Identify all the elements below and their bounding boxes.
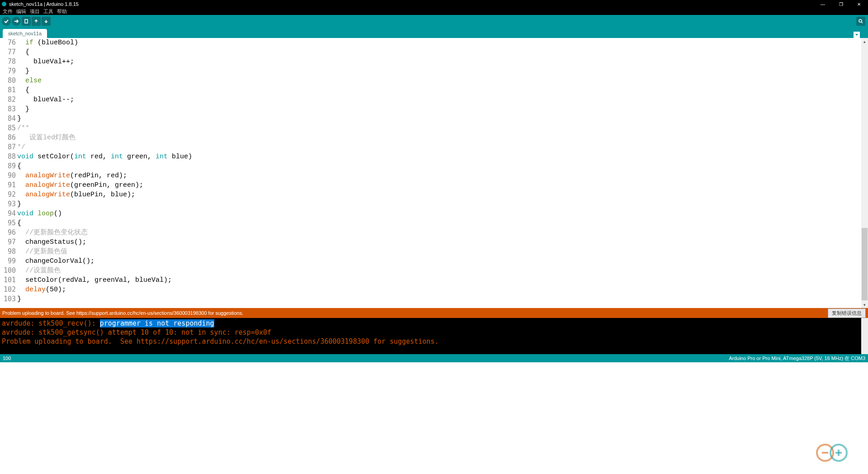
scroll-thumb[interactable] — [862, 228, 868, 300]
menu-tools[interactable]: 工具 — [42, 8, 54, 15]
status-message-bar: Problem uploading to board. See https://… — [0, 308, 868, 318]
arduino-app-icon — [2, 2, 6, 6]
verify-button[interactable] — [2, 17, 11, 26]
svg-point-1 — [859, 19, 862, 22]
close-button[interactable]: ✕ — [850, 0, 868, 8]
console-line: avrdude: stk500_getsync() attempt 10 of … — [2, 328, 866, 337]
arduino-logo-icon — [814, 441, 854, 466]
line-gutter: 7677787980818283848586878889909192939495… — [0, 38, 17, 308]
maximize-button[interactable]: ❐ — [832, 0, 850, 8]
minimize-button[interactable]: — — [814, 0, 832, 8]
tab-sketch[interactable]: sketch_nov11a — [3, 29, 47, 38]
new-button[interactable] — [22, 17, 31, 26]
upload-button[interactable] — [12, 17, 21, 26]
line-number-indicator: 100 — [3, 356, 729, 361]
tabbar: sketch_nov11a — [0, 27, 868, 38]
window-title: sketch_nov11a | Arduino 1.8.15 — [9, 1, 814, 7]
svg-rect-0 — [25, 19, 28, 23]
status-text: Problem uploading to board. See https://… — [2, 310, 828, 316]
console-output[interactable]: avrdude: stk500_recv(): programmer is no… — [0, 318, 868, 354]
scroll-up-icon[interactable]: ▴ — [861, 38, 868, 45]
console-line: avrdude: stk500_recv(): programmer is no… — [2, 319, 866, 328]
console-scrollbar[interactable] — [861, 318, 868, 354]
serial-monitor-button[interactable] — [856, 17, 865, 26]
menubar: 文件 编辑 项目 工具 帮助 — [0, 8, 868, 15]
console-selection: programmer is not responding — [100, 319, 214, 327]
menu-edit[interactable]: 编辑 — [15, 8, 27, 15]
code-area[interactable]: if (blueBool) { blueVal++; } else { blue… — [17, 38, 868, 308]
code-editor[interactable]: 7677787980818283848586878889909192939495… — [0, 38, 868, 308]
window-controls: — ❐ ✕ — [814, 0, 868, 8]
bottom-statusbar: 100 Arduino Pro or Pro Mini, ATmega328P … — [0, 354, 868, 362]
copy-error-button[interactable]: 复制错误信息 — [828, 308, 866, 318]
titlebar: sketch_nov11a | Arduino 1.8.15 — ❐ ✕ — [0, 0, 868, 8]
toolbar — [0, 15, 868, 27]
board-info: Arduino Pro or Pro Mini, ATmega328P (5V,… — [729, 355, 865, 362]
tab-menu-button[interactable] — [854, 32, 860, 38]
scroll-down-icon[interactable]: ▾ — [861, 301, 868, 308]
editor-scrollbar[interactable]: ▴ ▾ — [861, 38, 868, 308]
open-button[interactable] — [32, 17, 41, 26]
menu-help[interactable]: 帮助 — [56, 8, 68, 15]
save-button[interactable] — [42, 17, 51, 26]
menu-file[interactable]: 文件 — [2, 8, 14, 15]
menu-sketch[interactable]: 项目 — [29, 8, 41, 15]
console-line: Problem uploading to board. See https://… — [2, 337, 866, 346]
